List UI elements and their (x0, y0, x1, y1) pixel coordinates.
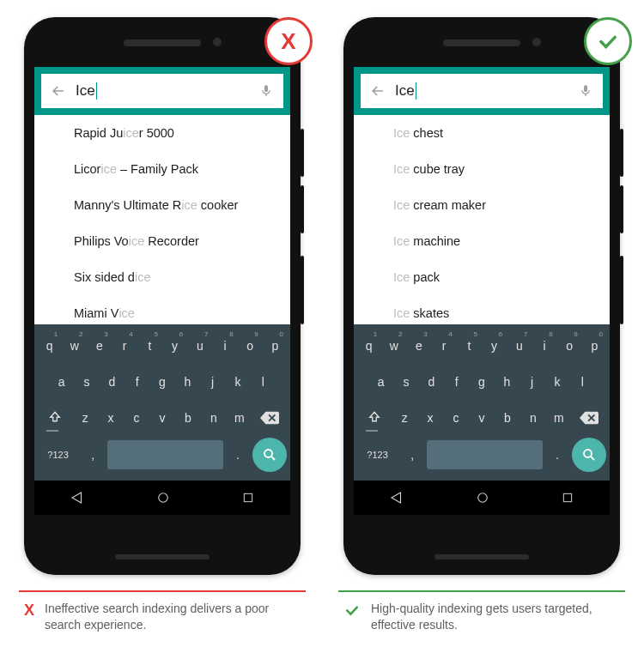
search-bar[interactable]: Ice (361, 74, 603, 108)
key-d[interactable]: d (420, 366, 443, 398)
key-e[interactable]: e3 (88, 330, 111, 362)
nav-back-icon[interactable] (389, 490, 404, 505)
key-y[interactable]: y6 (483, 330, 506, 362)
key-c[interactable]: c (125, 402, 149, 434)
key-space[interactable] (427, 440, 542, 469)
suggestion-item[interactable]: Ice cream maker (354, 187, 610, 223)
nav-recents-icon[interactable] (561, 491, 574, 505)
key-h[interactable]: h (495, 366, 519, 398)
key-f[interactable]: f (445, 366, 468, 398)
suggestion-item[interactable]: Manny's Ultimate Rice cooker (34, 187, 290, 223)
on-screen-keyboard[interactable]: q1w2e3r4t5y6u7i8o9p0asdfghjklzxcvbnm?123… (354, 324, 610, 481)
mic-icon[interactable] (575, 82, 596, 100)
key-r[interactable]: r4 (433, 330, 456, 362)
key-period[interactable]: . (544, 438, 570, 471)
key-j[interactable]: j (520, 366, 544, 398)
suggestion-item[interactable]: Six sided dice (34, 259, 290, 295)
search-bar[interactable]: Ice (41, 74, 283, 108)
key-space[interactable] (107, 440, 222, 469)
mic-icon[interactable] (256, 82, 276, 100)
key-shift[interactable] (38, 402, 71, 434)
key-o[interactable]: o9 (239, 330, 262, 362)
key-l[interactable]: l (571, 366, 594, 398)
android-nav-bar (34, 481, 290, 515)
key-search[interactable] (572, 438, 606, 472)
key-g[interactable]: g (150, 366, 173, 398)
nav-recents-icon[interactable] (241, 491, 255, 505)
key-backspace[interactable] (253, 402, 287, 434)
key-u[interactable]: u7 (507, 330, 531, 362)
volume-up-button (620, 129, 623, 177)
key-w[interactable]: w2 (382, 330, 405, 362)
key-comma[interactable]: , (399, 438, 425, 471)
suggestion-item[interactable]: Ice cube tray (354, 151, 610, 187)
key-m[interactable]: m (547, 402, 571, 434)
key-l[interactable]: l (252, 366, 275, 398)
back-arrow-icon[interactable] (48, 82, 69, 100)
key-k[interactable]: k (226, 366, 249, 398)
phone-screen: Ice Rapid Juicer 5000Licorice – Family P… (34, 67, 290, 515)
key-a[interactable]: a (50, 366, 73, 398)
nav-back-icon[interactable] (70, 490, 85, 505)
key-x[interactable]: x (99, 402, 123, 434)
key-z[interactable]: z (392, 402, 416, 434)
suggestion-item[interactable]: Rapid Juicer 5000 (34, 115, 290, 151)
key-n[interactable]: n (521, 402, 545, 434)
suggestion-item[interactable]: Philips Voice Recorder (34, 223, 290, 259)
key-period[interactable]: . (225, 438, 251, 471)
phone-screen: Ice Ice chestIce cube trayIce cream make… (354, 67, 610, 515)
key-c[interactable]: c (444, 402, 468, 434)
key-f[interactable]: f (125, 366, 149, 398)
key-w[interactable]: w2 (63, 330, 86, 362)
key-b[interactable]: b (495, 402, 519, 434)
key-q[interactable]: q1 (38, 330, 61, 362)
search-input[interactable]: Ice (388, 82, 575, 100)
key-t[interactable]: t5 (138, 330, 161, 362)
svg-rect-5 (563, 493, 571, 501)
key-p[interactable]: p0 (264, 330, 287, 362)
key-t[interactable]: t5 (458, 330, 481, 362)
key-z[interactable]: z (73, 402, 97, 434)
key-i[interactable]: i8 (532, 330, 556, 362)
key-x[interactable]: x (418, 402, 442, 434)
key-u[interactable]: u7 (188, 330, 211, 362)
key-g[interactable]: g (470, 366, 493, 398)
on-screen-keyboard[interactable]: q1w2e3r4t5y6u7i8o9p0asdfghjklzxcvbnm?123… (34, 324, 290, 481)
suggestion-item[interactable]: Ice pack (354, 259, 610, 295)
key-v[interactable]: v (150, 402, 174, 434)
key-n[interactable]: n (202, 402, 226, 434)
key-shift[interactable] (357, 402, 391, 434)
key-s[interactable]: s (75, 366, 98, 398)
key-b[interactable]: b (176, 402, 200, 434)
key-y[interactable]: y6 (163, 330, 186, 362)
suggestion-item[interactable]: Ice chest (354, 115, 610, 151)
key-d[interactable]: d (100, 366, 124, 398)
caption-rule (19, 590, 306, 592)
key-v[interactable]: v (470, 402, 494, 434)
key-e[interactable]: e3 (407, 330, 430, 362)
key-backspace[interactable] (573, 402, 606, 434)
key-symbols[interactable]: ?123 (357, 438, 398, 471)
key-symbols[interactable]: ?123 (38, 438, 78, 471)
key-search[interactable] (252, 438, 287, 472)
nav-home-icon[interactable] (475, 490, 490, 505)
check-icon (343, 602, 361, 619)
key-j[interactable]: j (201, 366, 224, 398)
search-input[interactable]: Ice (69, 82, 256, 100)
badge-incorrect: X (264, 17, 313, 65)
key-h[interactable]: h (176, 366, 199, 398)
key-k[interactable]: k (545, 366, 568, 398)
back-arrow-icon[interactable] (368, 82, 388, 100)
key-a[interactable]: a (369, 366, 392, 398)
key-p[interactable]: p0 (583, 330, 606, 362)
suggestion-item[interactable]: Licorice – Family Pack (34, 151, 290, 187)
key-r[interactable]: r4 (113, 330, 137, 362)
key-s[interactable]: s (394, 366, 417, 398)
suggestion-item[interactable]: Ice machine (354, 223, 610, 259)
key-q[interactable]: q1 (357, 330, 380, 362)
key-comma[interactable]: , (80, 438, 106, 471)
key-o[interactable]: o9 (558, 330, 581, 362)
key-i[interactable]: i8 (213, 330, 236, 362)
key-m[interactable]: m (228, 402, 252, 434)
nav-home-icon[interactable] (155, 490, 171, 505)
